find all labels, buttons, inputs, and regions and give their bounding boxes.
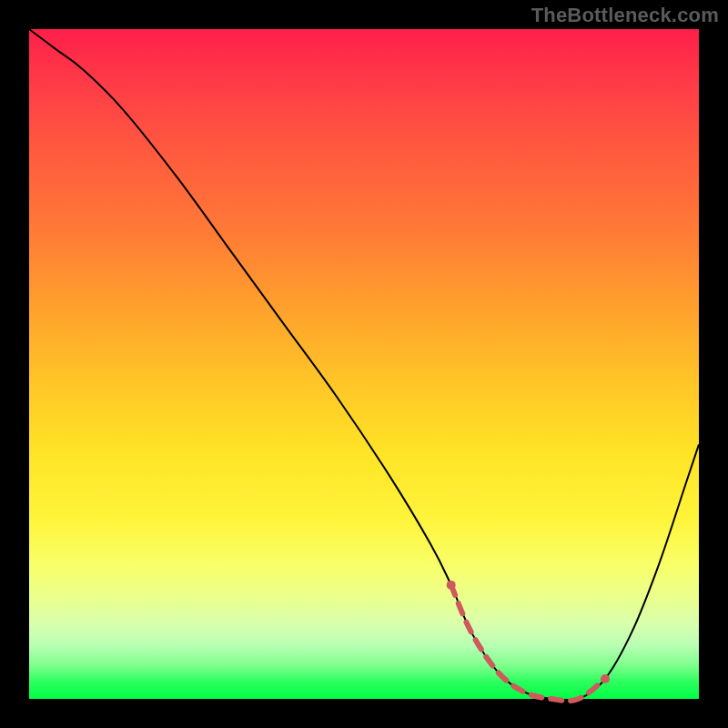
watermark-text: TheBottleneck.com <box>531 4 719 27</box>
optimal-range-end-dot <box>601 674 610 683</box>
chart-frame: TheBottleneck.com <box>0 0 728 728</box>
bottleneck-curve <box>29 29 699 701</box>
plot-area <box>29 29 699 699</box>
curve-svg <box>29 29 699 699</box>
optimal-range-start-dot <box>447 581 456 590</box>
optimal-range-highlight <box>451 585 605 701</box>
